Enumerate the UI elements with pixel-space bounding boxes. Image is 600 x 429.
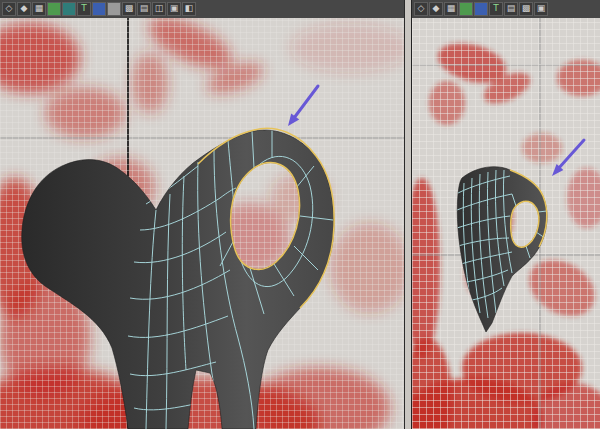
blue-swatch-icon[interactable] <box>474 2 488 16</box>
gray-swatch-icon[interactable] <box>107 2 121 16</box>
shaded-cube-icon[interactable]: ◆ <box>429 2 443 16</box>
toolbar-left: ◇◆▦T▩▤◫▣◧ <box>0 0 404 18</box>
viewport-front[interactable] <box>0 18 404 429</box>
checker-icon[interactable]: ▩ <box>122 2 136 16</box>
mask-mesh-object[interactable] <box>457 167 547 332</box>
green-swatch-icon[interactable] <box>459 2 473 16</box>
mesh-surface[interactable] <box>457 167 547 332</box>
magnet-icon[interactable]: ◧ <box>182 2 196 16</box>
right-pane: ◇◆▦T▤▩▣ <box>412 0 600 429</box>
mask-mesh-object[interactable] <box>22 126 334 429</box>
shaded-cube-icon[interactable]: ◆ <box>17 2 31 16</box>
left-pane: ◇◆▦T▩▤◫▣◧ <box>0 0 404 429</box>
grid-snap-icon[interactable]: ▦ <box>32 2 46 16</box>
mesh-surface[interactable] <box>22 130 334 429</box>
toolbar-right: ◇◆▦T▤▩▣ <box>412 0 600 18</box>
layers-icon[interactable]: ▤ <box>137 2 151 16</box>
green-swatch-icon[interactable] <box>47 2 61 16</box>
checker-icon[interactable]: ▩ <box>519 2 533 16</box>
front-scene <box>0 18 404 429</box>
render-icon[interactable]: ▣ <box>167 2 181 16</box>
viewport-cube-icon[interactable]: ◇ <box>414 2 428 16</box>
mirror-icon[interactable]: ◫ <box>152 2 166 16</box>
render-icon[interactable]: ▣ <box>534 2 548 16</box>
blue-swatch-icon[interactable] <box>92 2 106 16</box>
viewport-side[interactable] <box>412 18 600 429</box>
viewport-cube-icon[interactable]: ◇ <box>2 2 16 16</box>
text-tool-icon[interactable]: T <box>489 2 503 16</box>
text-tool-icon[interactable]: T <box>77 2 91 16</box>
app-window: ◇◆▦T▩▤◫▣◧ <box>0 0 600 429</box>
teal-swatch-icon[interactable] <box>62 2 76 16</box>
annotation-arrow-left <box>288 86 318 126</box>
annotation-arrow-right <box>552 140 584 176</box>
side-scene <box>412 18 600 429</box>
layers-icon[interactable]: ▤ <box>504 2 518 16</box>
viewport-splitter[interactable] <box>404 0 412 429</box>
grid-snap-icon[interactable]: ▦ <box>444 2 458 16</box>
